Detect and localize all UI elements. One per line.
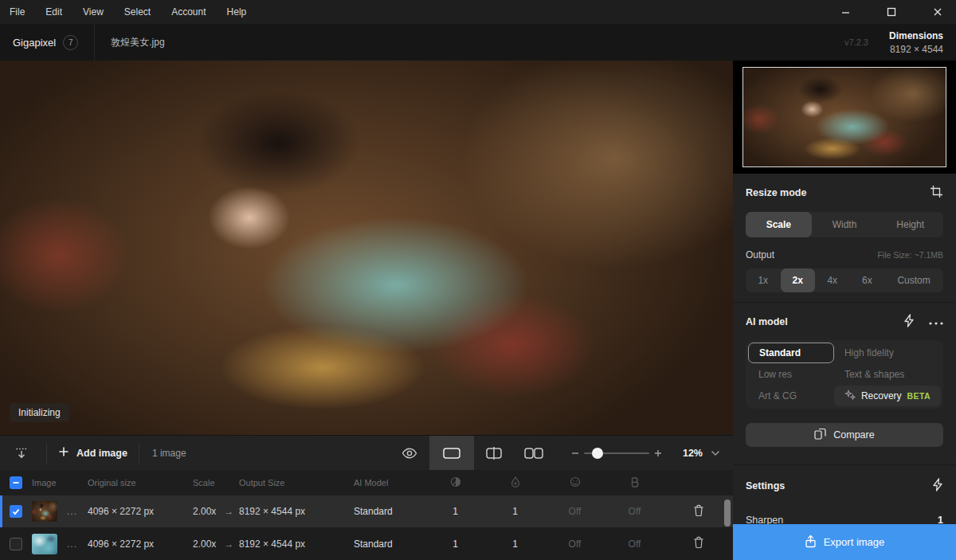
version-badge: 7 xyxy=(63,35,78,50)
model-text-shapes[interactable]: Text & shapes xyxy=(834,364,941,385)
toolbar-divider xyxy=(139,443,139,464)
delete-row-icon[interactable] xyxy=(693,504,704,519)
image-count: 1 image xyxy=(152,448,186,459)
select-all-checkbox[interactable] xyxy=(10,476,22,489)
row-gamma-value[interactable]: Off xyxy=(629,538,641,550)
zoom-slider-knob[interactable] xyxy=(592,448,603,459)
collapse-queue-icon[interactable] xyxy=(8,440,35,467)
zoom-out-icon[interactable] xyxy=(568,446,582,460)
toolbar-divider xyxy=(46,443,47,464)
row-ellipsis: ... xyxy=(67,538,88,550)
menu-file[interactable]: File xyxy=(10,6,25,18)
row-denoise-value[interactable]: 1 xyxy=(512,506,518,517)
col-image: Image xyxy=(32,478,67,488)
resize-mode-section: Resize mode Scale Width Height Output Fi… xyxy=(733,174,956,303)
model-recovery-label: Recovery xyxy=(861,390,902,401)
tab-height[interactable]: Height xyxy=(877,212,943,237)
row-thumbnail[interactable] xyxy=(32,534,57,554)
model-art-cg[interactable]: Art & CG xyxy=(748,386,834,406)
col-original-size: Original size xyxy=(88,478,193,488)
compare-button[interactable]: Compare xyxy=(746,423,943,447)
row-denoise-value[interactable]: 1 xyxy=(512,538,518,550)
auto-bolt-icon[interactable] xyxy=(932,478,943,494)
model-high-fidelity[interactable]: High fidelity xyxy=(834,343,941,363)
add-image-button[interactable]: Add image xyxy=(58,446,127,460)
delete-row-icon[interactable] xyxy=(693,536,704,551)
queue-row-2[interactable]: ... 4096 × 2272 px 2.00x → 8192 × 4544 p… xyxy=(0,527,733,560)
filename-tab[interactable]: 敦煌美女.jpg xyxy=(111,36,164,49)
row-scale[interactable]: 2.00x xyxy=(193,538,216,550)
side-by-side-view-icon[interactable] xyxy=(514,436,554,471)
row-sharpen-value[interactable]: 1 xyxy=(453,538,458,550)
zoom-percentage[interactable]: 12% xyxy=(683,448,703,459)
scale-2x-button[interactable]: 2x xyxy=(781,268,816,292)
compare-icon xyxy=(814,428,826,442)
menu-help[interactable]: Help xyxy=(227,6,247,18)
table-scrollbar[interactable] xyxy=(724,499,731,527)
beta-badge: BETA xyxy=(907,391,931,401)
row-scale[interactable]: 2.00x xyxy=(193,506,216,517)
minimize-icon[interactable] xyxy=(840,6,851,18)
row-checkbox-unchecked[interactable] xyxy=(10,538,22,550)
add-image-label: Add image xyxy=(76,448,127,459)
denoise-column-icon xyxy=(511,476,520,489)
preview-photo xyxy=(0,61,733,435)
scale-6x-button[interactable]: 6x xyxy=(850,268,885,292)
row-ai-model[interactable]: Standard xyxy=(354,538,425,550)
row-thumbnail[interactable] xyxy=(32,501,57,522)
compare-label: Compare xyxy=(833,429,874,441)
col-output-size: Output Size xyxy=(239,478,354,488)
right-sidebar: Resize mode Scale Width Height Output Fi… xyxy=(733,61,956,560)
preview-toggle-eye-icon[interactable] xyxy=(390,436,429,471)
menu-select[interactable]: Select xyxy=(124,6,151,18)
row-face-recovery-value[interactable]: Off xyxy=(569,538,582,550)
maximize-icon[interactable] xyxy=(886,6,897,18)
face-recovery-column-icon xyxy=(570,476,581,489)
menu-account[interactable]: Account xyxy=(171,6,206,18)
model-standard[interactable]: Standard xyxy=(748,343,834,363)
navigator-preview[interactable] xyxy=(733,61,956,174)
row-original-size: 4096 × 2272 px xyxy=(88,538,193,550)
image-canvas[interactable]: Initializing xyxy=(0,61,733,435)
row-output-size: 8192 × 4544 px xyxy=(239,538,354,550)
queue-row-1[interactable]: ... 4096 × 2272 px 2.00x → 8192 × 4544 p… xyxy=(0,495,733,527)
row-original-size: 4096 × 2272 px xyxy=(88,506,193,517)
chevron-down-icon[interactable] xyxy=(711,448,720,459)
more-options-icon[interactable] xyxy=(929,316,943,327)
tab-scale[interactable]: Scale xyxy=(746,212,812,237)
file-size-estimate: File Size: ~7.1MB xyxy=(877,250,943,260)
gamma-column-icon xyxy=(629,476,640,489)
row-checkbox-checked[interactable] xyxy=(10,505,22,518)
export-image-button[interactable]: Export image xyxy=(733,524,956,560)
bottom-toolbar: Add image 1 image xyxy=(0,435,733,470)
tab-width[interactable]: Width xyxy=(812,212,878,237)
split-view-icon[interactable] xyxy=(474,436,514,471)
arrow-right-icon: → xyxy=(224,538,233,550)
scale-1x-button[interactable]: 1x xyxy=(746,268,781,292)
row-gamma-value[interactable]: Off xyxy=(629,506,641,517)
menu-edit[interactable]: Edit xyxy=(45,6,62,18)
status-badge: Initializing xyxy=(10,403,69,422)
zoom-slider[interactable] xyxy=(584,448,649,459)
crop-icon[interactable] xyxy=(930,185,943,201)
single-view-icon[interactable] xyxy=(429,436,474,471)
navigator-thumbnail[interactable] xyxy=(742,67,946,167)
row-face-recovery-value[interactable]: Off xyxy=(569,506,582,517)
app-version: v7.2.3 xyxy=(844,37,868,47)
zoom-in-icon[interactable] xyxy=(651,446,665,460)
scale-4x-button[interactable]: 4x xyxy=(815,268,850,292)
dimensions-label: Dimensions xyxy=(889,31,943,41)
auto-bolt-icon[interactable] xyxy=(903,314,915,330)
model-recovery[interactable]: Recovery BETA xyxy=(834,386,941,406)
close-icon[interactable] xyxy=(932,6,943,18)
model-low-res[interactable]: Low res xyxy=(748,364,834,385)
menu-view[interactable]: View xyxy=(83,6,104,18)
scale-custom-button[interactable]: Custom xyxy=(884,268,943,292)
sharpen-column-icon xyxy=(450,476,461,489)
row-ai-model[interactable]: Standard xyxy=(354,506,425,517)
row-sharpen-value[interactable]: 1 xyxy=(453,506,458,517)
header-divider xyxy=(94,24,95,61)
app-window: File Edit View Select Account Help Gigap… xyxy=(0,0,956,560)
ai-model-title: AI model xyxy=(746,316,788,327)
dimensions-readout: Dimensions 8192 × 4544 xyxy=(889,31,943,54)
